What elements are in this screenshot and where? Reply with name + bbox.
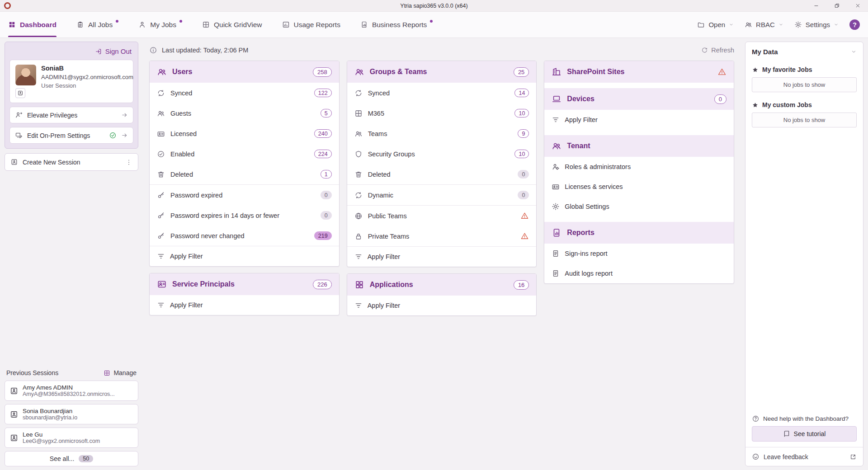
previous-session-item[interactable]: Lee Gu LeeG@sygx2.onmicrosoft.com bbox=[5, 428, 138, 448]
groups-deleted-row[interactable]: Deleted 0 bbox=[347, 164, 537, 184]
rbac-menu[interactable]: RBAC bbox=[745, 21, 783, 28]
edit-onprem-settings-button[interactable]: Edit On-Prem Settings bbox=[9, 127, 133, 144]
count-badge: 0 bbox=[321, 191, 332, 199]
refresh-button[interactable]: Refresh bbox=[701, 47, 734, 54]
global-settings-link[interactable]: Global Settings bbox=[544, 197, 734, 216]
users-password-never-changed-row[interactable]: Password never changed 219 bbox=[150, 226, 339, 246]
folder-icon bbox=[697, 21, 705, 28]
previous-session-item[interactable]: Sonia Bounardjian sbounardjian@ytria.io bbox=[5, 404, 138, 424]
notification-dot bbox=[430, 20, 433, 23]
close-button[interactable] bbox=[847, 0, 868, 11]
custom-jobs-empty-state: No jobs to show bbox=[752, 113, 857, 127]
service-principals-apply-filter-button[interactable]: Apply Filter bbox=[150, 295, 339, 315]
chevron-down-icon bbox=[834, 22, 839, 27]
collapse-chevron-icon[interactable] bbox=[851, 49, 857, 55]
current-user-card[interactable]: SoniaB AADMIN1@sygx2.onmicrosoft.com Use… bbox=[9, 60, 133, 103]
users-guests-row[interactable]: Guests 5 bbox=[150, 103, 339, 123]
tutorial-book-icon bbox=[783, 430, 790, 437]
users-card-header[interactable]: Users 258 bbox=[150, 61, 339, 83]
devices-apply-filter-button[interactable]: Apply Filter bbox=[544, 110, 734, 130]
tenant-icon bbox=[552, 141, 561, 151]
groups-teams-row[interactable]: Teams 9 bbox=[347, 123, 537, 144]
licenses-services-link[interactable]: Licenses & services bbox=[544, 177, 734, 197]
avatar bbox=[15, 65, 36, 85]
users-enabled-row[interactable]: Enabled 224 bbox=[150, 144, 339, 164]
tab-quick-gridview[interactable]: Quick GridView bbox=[202, 12, 262, 38]
audit-logs-report-link[interactable]: Audit logs report bbox=[544, 263, 734, 283]
elevate-privileges-button[interactable]: Elevate Privileges bbox=[9, 107, 133, 123]
restore-button[interactable] bbox=[826, 0, 847, 11]
settings-menu[interactable]: Settings bbox=[794, 21, 839, 28]
user-email: AADMIN1@sygx2.onmicrosoft.com bbox=[41, 74, 127, 80]
users-licensed-row[interactable]: Licensed 240 bbox=[150, 123, 339, 144]
groups-count-badge: 25 bbox=[514, 67, 529, 77]
applications-card: Applications 16 Apply Filter bbox=[347, 273, 537, 316]
groups-public-teams-row[interactable]: Public Teams bbox=[347, 206, 537, 226]
id-badge-icon bbox=[9, 433, 19, 442]
applications-apply-filter-button[interactable]: Apply Filter bbox=[347, 296, 537, 315]
devices-header[interactable]: Devices 0 bbox=[544, 88, 734, 110]
previous-session-item[interactable]: Amy Ames ADMIN AmyA@M365x85832012.onmicr… bbox=[5, 381, 138, 401]
chevron-down-icon bbox=[729, 22, 734, 27]
sign-out-button[interactable]: Sign Out bbox=[9, 47, 133, 60]
tab-all-jobs[interactable]: All Jobs bbox=[76, 12, 118, 38]
sharepoint-sites-header[interactable]: SharePoint Sites bbox=[544, 61, 734, 83]
count-badge: 1 bbox=[321, 170, 332, 179]
see-all-sessions-button[interactable]: See all... 50 bbox=[5, 451, 138, 466]
rbac-icon bbox=[745, 21, 752, 28]
dashboard-icon bbox=[8, 21, 16, 28]
sign-ins-report-link[interactable]: Sign-ins report bbox=[544, 244, 734, 263]
users-deleted-row[interactable]: Deleted 1 bbox=[150, 164, 339, 184]
users-password-expires-row[interactable]: Password expires in 14 days or fewer 0 bbox=[150, 205, 339, 226]
filter-icon bbox=[552, 116, 560, 124]
user-name: SoniaB bbox=[41, 65, 127, 72]
row-label: Licenses & services bbox=[565, 183, 623, 190]
leave-feedback-button[interactable]: Leave feedback bbox=[745, 447, 863, 466]
gridview-icon bbox=[202, 21, 210, 28]
tab-business-reports[interactable]: Business Reports bbox=[360, 12, 433, 38]
tab-label: Dashboard bbox=[20, 21, 57, 29]
licensed-icon bbox=[157, 130, 165, 138]
groups-security-row[interactable]: Security Groups 10 bbox=[347, 144, 537, 164]
arrow-right-icon bbox=[121, 112, 128, 118]
create-new-session-button[interactable]: Create New Session bbox=[5, 153, 138, 171]
reports-icon bbox=[552, 228, 561, 238]
service-principals-header[interactable]: Service Principals 226 bbox=[150, 273, 339, 295]
manage-grid-icon bbox=[104, 370, 110, 376]
groups-synced-row[interactable]: Synced 14 bbox=[347, 83, 537, 103]
groups-dynamic-row[interactable]: Dynamic 0 bbox=[347, 185, 537, 205]
rbac-label: RBAC bbox=[756, 21, 775, 28]
users-synced-row[interactable]: Synced 122 bbox=[150, 83, 339, 103]
help-button[interactable]: ? bbox=[849, 19, 860, 30]
usage-reports-icon bbox=[282, 21, 290, 28]
users-apply-filter-button[interactable]: Apply Filter bbox=[150, 246, 339, 266]
groups-teams-header[interactable]: Groups & Teams 25 bbox=[347, 61, 537, 83]
info-icon bbox=[149, 46, 157, 54]
card-title: Reports bbox=[567, 229, 594, 237]
tab-my-jobs[interactable]: My Jobs bbox=[138, 12, 182, 38]
session-name: Amy Ames ADMIN bbox=[23, 384, 115, 391]
all-jobs-icon bbox=[76, 21, 84, 28]
arrow-right-icon bbox=[121, 132, 128, 139]
minimize-button[interactable] bbox=[806, 0, 826, 11]
applications-header[interactable]: Applications 16 bbox=[347, 274, 537, 296]
more-options-icon[interactable] bbox=[125, 159, 132, 166]
tab-dashboard[interactable]: Dashboard bbox=[8, 12, 57, 38]
roles-administrators-link[interactable]: Roles & administrators bbox=[544, 157, 734, 177]
open-menu[interactable]: Open bbox=[697, 21, 734, 28]
filter-icon bbox=[157, 252, 165, 260]
reports-header[interactable]: Reports bbox=[544, 222, 734, 244]
see-tutorial-button[interactable]: See tutorial bbox=[752, 426, 857, 442]
tenant-header[interactable]: Tenant bbox=[544, 135, 734, 157]
groups-m365-row[interactable]: M365 10 bbox=[347, 103, 537, 123]
groups-apply-filter-button[interactable]: Apply Filter bbox=[347, 247, 537, 267]
row-label: Audit logs report bbox=[565, 270, 613, 277]
expand-icon[interactable] bbox=[849, 453, 857, 461]
session-sidebar: Sign Out SoniaB AADMIN1@sygx2.onmicrosof… bbox=[5, 42, 138, 466]
manage-sessions-button[interactable]: Manage bbox=[104, 369, 137, 376]
row-label: Public Teams bbox=[368, 212, 407, 220]
users-password-expired-row[interactable]: Password expired 0 bbox=[150, 185, 339, 205]
groups-private-teams-row[interactable]: Private Teams bbox=[347, 226, 537, 246]
edit-onprem-label: Edit On-Prem Settings bbox=[27, 132, 90, 139]
tab-usage-reports[interactable]: Usage Reports bbox=[282, 12, 340, 38]
